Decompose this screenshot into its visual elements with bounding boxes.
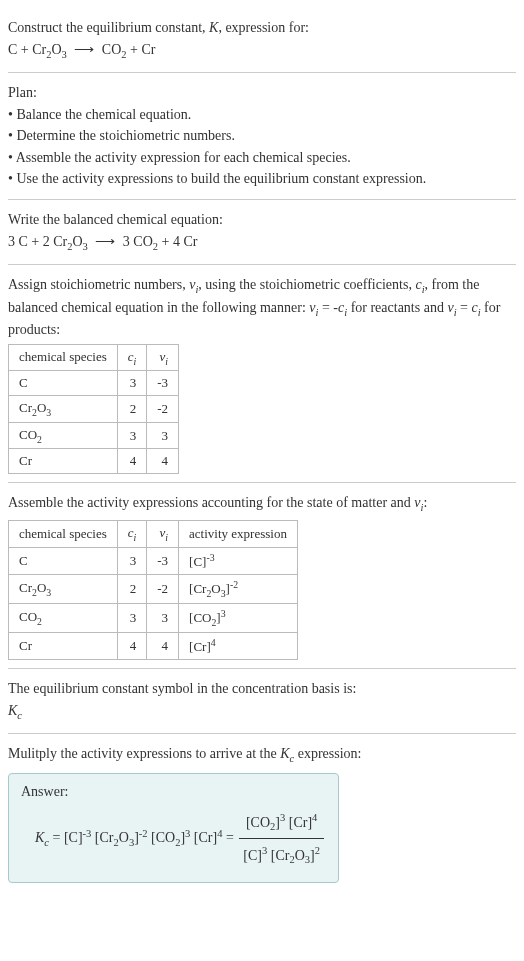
fraction-numerator: [CO2]3 [Cr]4	[239, 806, 324, 840]
cell-c: 2	[117, 574, 147, 603]
multiply-section: Mulitply the activity expressions to arr…	[8, 734, 516, 891]
answer-label: Answer:	[21, 784, 326, 800]
table-row: C 3 -3	[9, 371, 179, 396]
header-c: ci	[117, 520, 147, 547]
cell-v: 4	[147, 449, 179, 474]
cell-species: Cr	[9, 632, 118, 659]
cell-v: 3	[147, 603, 179, 632]
cell-species: CO2	[9, 603, 118, 632]
symbol-text: The equilibrium constant symbol in the c…	[8, 679, 516, 699]
table-row: C 3 -3 [C]-3	[9, 547, 298, 574]
balanced-equation: 3 C + 2 Cr2O3 ⟶ 3 CO2 + 4 Cr	[8, 232, 516, 254]
cell-expr: [Cr2O3]-2	[179, 574, 298, 603]
table-header-row: chemical species ci νi	[9, 344, 179, 371]
cell-c: 2	[117, 396, 147, 423]
table-row: Cr 4 4	[9, 449, 179, 474]
balanced-section: Write the balanced chemical equation: 3 …	[8, 200, 516, 265]
stoich-table: chemical species ci νi C 3 -3 Cr2O3 2 -2…	[8, 344, 179, 475]
plan-bullet: • Assemble the activity expression for e…	[8, 148, 516, 168]
activity-text: Assemble the activity expressions accoun…	[8, 493, 516, 515]
cell-c: 4	[117, 449, 147, 474]
plan-bullet: • Balance the chemical equation.	[8, 105, 516, 125]
table-row: Cr2O3 2 -2 [Cr2O3]-2	[9, 574, 298, 603]
plan-bullet: • Use the activity expressions to build …	[8, 169, 516, 189]
cell-v: -2	[147, 396, 179, 423]
symbol-value: Kc	[8, 701, 516, 723]
answer-box: Answer: Kc = [C]-3 [Cr2O3]-2 [CO2]3 [Cr]…	[8, 773, 339, 883]
multiply-text: Mulitply the activity expressions to arr…	[8, 744, 516, 766]
header-expr: activity expression	[179, 520, 298, 547]
stoich-text: Assign stoichiometric numbers, νi, using…	[8, 275, 516, 340]
plan-bullet: • Determine the stoichiometric numbers.	[8, 126, 516, 146]
table-row: CO2 3 3	[9, 422, 179, 449]
cell-species: C	[9, 547, 118, 574]
table-row: CO2 3 3 [CO2]3	[9, 603, 298, 632]
table-header-row: chemical species ci νi activity expressi…	[9, 520, 298, 547]
cell-species: Cr	[9, 449, 118, 474]
activity-table: chemical species ci νi activity expressi…	[8, 520, 298, 660]
symbol-section: The equilibrium constant symbol in the c…	[8, 669, 516, 734]
header-species: chemical species	[9, 344, 118, 371]
cell-expr: [CO2]3	[179, 603, 298, 632]
fraction-denominator: [C]3 [Cr2O3]2	[239, 839, 324, 872]
header-v: νi	[147, 520, 179, 547]
cell-v: -3	[147, 547, 179, 574]
header-c: ci	[117, 344, 147, 371]
table-row: Cr 4 4 [Cr]4	[9, 632, 298, 659]
intro-text: Construct the equilibrium constant, K, e…	[8, 20, 309, 35]
table-row: Cr2O3 2 -2	[9, 396, 179, 423]
cell-v: -2	[147, 574, 179, 603]
answer-equation: Kc = [C]-3 [Cr2O3]-2 [CO2]3 [Cr]4 = [CO2…	[21, 806, 326, 872]
intro-equation: C + Cr2O3 ⟶ CO2 + Cr	[8, 40, 516, 62]
intro-line: Construct the equilibrium constant, K, e…	[8, 18, 516, 38]
plan-section: Plan: • Balance the chemical equation. •…	[8, 73, 516, 200]
plan-heading: Plan:	[8, 83, 516, 103]
stoich-section: Assign stoichiometric numbers, νi, using…	[8, 265, 516, 483]
cell-c: 3	[117, 603, 147, 632]
cell-expr: [Cr]4	[179, 632, 298, 659]
cell-species: CO2	[9, 422, 118, 449]
activity-section: Assemble the activity expressions accoun…	[8, 483, 516, 669]
cell-expr: [C]-3	[179, 547, 298, 574]
cell-c: 3	[117, 422, 147, 449]
cell-v: -3	[147, 371, 179, 396]
cell-c: 3	[117, 371, 147, 396]
balanced-heading: Write the balanced chemical equation:	[8, 210, 516, 230]
cell-v: 3	[147, 422, 179, 449]
cell-c: 3	[117, 547, 147, 574]
cell-species: Cr2O3	[9, 396, 118, 423]
cell-c: 4	[117, 632, 147, 659]
cell-v: 4	[147, 632, 179, 659]
cell-species: Cr2O3	[9, 574, 118, 603]
intro-section: Construct the equilibrium constant, K, e…	[8, 8, 516, 73]
cell-species: C	[9, 371, 118, 396]
header-species: chemical species	[9, 520, 118, 547]
header-v: νi	[147, 344, 179, 371]
